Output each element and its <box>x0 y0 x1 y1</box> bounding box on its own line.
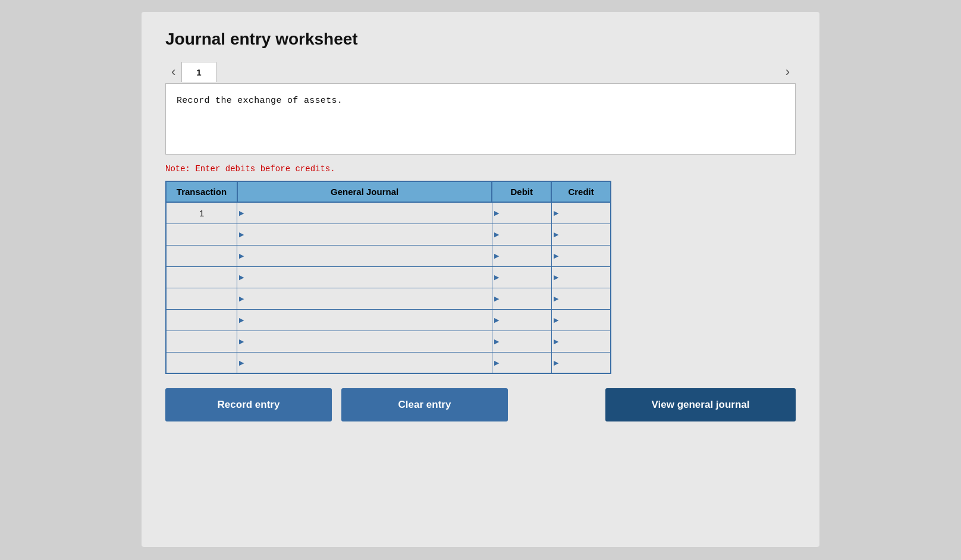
table-row: ▶▶▶ <box>166 224 611 245</box>
credit-cell-3[interactable]: ▶ <box>551 266 611 288</box>
general-journal-input-3[interactable] <box>237 267 491 288</box>
main-container: Journal entry worksheet ‹ 1 › Record the… <box>142 12 819 547</box>
transaction-cell-7 <box>166 352 237 373</box>
tab-navigation: ‹ 1 › <box>165 61 796 83</box>
general-journal-input-5[interactable] <box>237 310 491 331</box>
general-journal-input-0[interactable] <box>237 203 491 224</box>
table-row: ▶▶▶ <box>166 352 611 373</box>
debit-input-5[interactable] <box>492 310 551 331</box>
credit-input-4[interactable] <box>552 288 610 309</box>
table-row: ▶▶▶ <box>166 245 611 266</box>
prev-arrow[interactable]: ‹ <box>165 61 181 83</box>
next-arrow[interactable]: › <box>780 61 796 83</box>
table-row: ▶▶▶ <box>166 288 611 309</box>
view-general-journal-button[interactable]: View general journal <box>605 388 796 421</box>
table-row: ▶▶▶ <box>166 331 611 352</box>
credit-cell-0[interactable]: ▶ <box>551 202 611 224</box>
general-journal-cell-7[interactable]: ▶ <box>237 352 492 373</box>
general-journal-cell-5[interactable]: ▶ <box>237 309 492 331</box>
journal-table: Transaction General Journal Debit Credit… <box>165 181 611 374</box>
transaction-cell-5 <box>166 309 237 331</box>
col-header-credit: Credit <box>551 181 611 202</box>
general-journal-cell-6[interactable]: ▶ <box>237 331 492 352</box>
table-row: ▶▶▶ <box>166 309 611 331</box>
debit-cell-5[interactable]: ▶ <box>492 309 551 331</box>
general-journal-cell-2[interactable]: ▶ <box>237 245 492 266</box>
credit-cell-7[interactable]: ▶ <box>551 352 611 373</box>
general-journal-cell-1[interactable]: ▶ <box>237 224 492 245</box>
credit-input-1[interactable] <box>552 224 610 245</box>
debit-input-7[interactable] <box>492 353 551 373</box>
debit-cell-0[interactable]: ▶ <box>492 202 551 224</box>
buttons-row: Record entry Clear entry View general jo… <box>165 388 796 421</box>
debit-input-2[interactable] <box>492 246 551 266</box>
transaction-cell-3 <box>166 266 237 288</box>
credit-cell-1[interactable]: ▶ <box>551 224 611 245</box>
page-title: Journal entry worksheet <box>165 30 796 49</box>
table-row: ▶▶▶ <box>166 266 611 288</box>
description-text: Record the exchange of assets. <box>177 96 784 106</box>
credit-cell-5[interactable]: ▶ <box>551 309 611 331</box>
tab-content: Record the exchange of assets. <box>165 83 796 155</box>
debit-input-1[interactable] <box>492 224 551 245</box>
record-entry-button[interactable]: Record entry <box>165 388 332 421</box>
general-journal-input-1[interactable] <box>237 224 491 245</box>
transaction-cell-4 <box>166 288 237 309</box>
debit-input-3[interactable] <box>492 267 551 288</box>
debit-cell-3[interactable]: ▶ <box>492 266 551 288</box>
credit-input-7[interactable] <box>552 353 610 373</box>
note-text: Note: Enter debits before credits. <box>165 164 796 174</box>
tab-1[interactable]: 1 <box>181 62 216 82</box>
debit-input-6[interactable] <box>492 331 551 352</box>
credit-input-2[interactable] <box>552 246 610 266</box>
col-header-general-journal: General Journal <box>237 181 492 202</box>
debit-cell-4[interactable]: ▶ <box>492 288 551 309</box>
credit-cell-6[interactable]: ▶ <box>551 331 611 352</box>
credit-input-6[interactable] <box>552 331 610 352</box>
credit-cell-4[interactable]: ▶ <box>551 288 611 309</box>
general-journal-input-7[interactable] <box>237 353 491 373</box>
debit-cell-1[interactable]: ▶ <box>492 224 551 245</box>
general-journal-input-4[interactable] <box>237 288 491 309</box>
transaction-cell-0: 1 <box>166 202 237 224</box>
general-journal-input-2[interactable] <box>237 246 491 266</box>
credit-input-5[interactable] <box>552 310 610 331</box>
transaction-cell-2 <box>166 245 237 266</box>
table-row: 1▶▶▶ <box>166 202 611 224</box>
transaction-cell-1 <box>166 224 237 245</box>
debit-cell-6[interactable]: ▶ <box>492 331 551 352</box>
debit-input-0[interactable] <box>492 203 551 224</box>
credit-input-3[interactable] <box>552 267 610 288</box>
general-journal-cell-0[interactable]: ▶ <box>237 202 492 224</box>
general-journal-cell-4[interactable]: ▶ <box>237 288 492 309</box>
col-header-debit: Debit <box>492 181 551 202</box>
general-journal-cell-3[interactable]: ▶ <box>237 266 492 288</box>
general-journal-input-6[interactable] <box>237 331 491 352</box>
credit-input-0[interactable] <box>552 203 610 224</box>
col-header-transaction: Transaction <box>166 181 237 202</box>
debit-cell-2[interactable]: ▶ <box>492 245 551 266</box>
clear-entry-button[interactable]: Clear entry <box>341 388 508 421</box>
transaction-cell-6 <box>166 331 237 352</box>
credit-cell-2[interactable]: ▶ <box>551 245 611 266</box>
debit-cell-7[interactable]: ▶ <box>492 352 551 373</box>
debit-input-4[interactable] <box>492 288 551 309</box>
